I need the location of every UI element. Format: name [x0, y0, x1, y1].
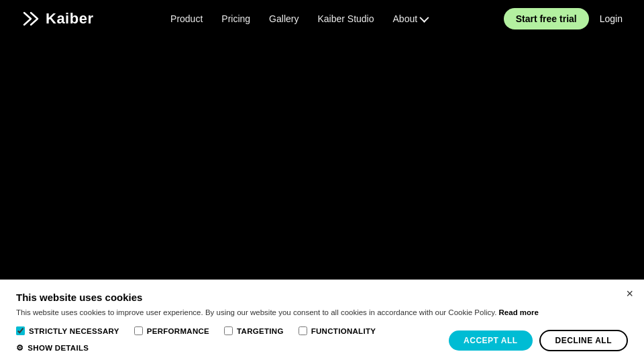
- cookie-title: This website uses cookies: [16, 292, 628, 303]
- cookie-show-details-label: SHOW DETAILS: [28, 344, 89, 352]
- gear-icon: ⚙: [16, 343, 23, 353]
- nav-actions: Start free trial Login: [504, 8, 623, 29]
- cookie-close-button[interactable]: ×: [626, 288, 633, 300]
- cookie-checkbox-strictly[interactable]: [16, 326, 25, 335]
- chevron-down-icon: [419, 13, 429, 23]
- login-button[interactable]: Login: [600, 13, 623, 24]
- logo-icon: [21, 11, 40, 26]
- logo[interactable]: Kaiber: [21, 10, 93, 27]
- cookie-accept-all-button[interactable]: ACCEPT ALL: [449, 330, 533, 351]
- cookie-option-performance[interactable]: PERFORMANCE: [134, 326, 209, 335]
- nav-about-label: About: [393, 13, 418, 24]
- cookie-show-details-button[interactable]: ⚙ SHOW DETAILS: [16, 343, 89, 353]
- cookie-banner: × This website uses cookies This website…: [0, 280, 644, 362]
- cookie-option-strictly-label: STRICTLY NECESSARY: [29, 327, 119, 335]
- cookie-option-strictly[interactable]: STRICTLY NECESSARY: [16, 326, 119, 335]
- cookie-checkbox-targeting[interactable]: [224, 326, 233, 335]
- cookie-option-performance-label: PERFORMANCE: [147, 327, 209, 335]
- nav-about[interactable]: About: [393, 13, 427, 24]
- cookie-description-text: This website uses cookies to improve use…: [16, 308, 496, 316]
- nav-product[interactable]: Product: [170, 13, 203, 24]
- cookie-actions: ACCEPT ALL DECLINE ALL: [449, 330, 628, 351]
- nav-links: Product Pricing Gallery Kaiber Studio Ab…: [170, 13, 427, 24]
- cookie-option-targeting[interactable]: TARGETING: [224, 326, 284, 335]
- cookie-option-functionality-label: FUNCTIONALITY: [311, 327, 376, 335]
- nav-kaiber-studio[interactable]: Kaiber Studio: [317, 13, 374, 24]
- cookie-option-targeting-label: TARGETING: [237, 327, 284, 335]
- cookie-description: This website uses cookies to improve use…: [16, 307, 628, 318]
- nav-gallery[interactable]: Gallery: [269, 13, 299, 24]
- cookie-checkbox-functionality[interactable]: [299, 326, 307, 335]
- cookie-option-functionality[interactable]: FUNCTIONALITY: [299, 326, 376, 335]
- logo-text: Kaiber: [46, 10, 93, 27]
- cookie-checkbox-performance[interactable]: [134, 326, 143, 335]
- navbar: Kaiber Product Pricing Gallery Kaiber St…: [0, 0, 644, 38]
- cookie-read-more-link[interactable]: Read more: [499, 308, 539, 316]
- start-free-trial-button[interactable]: Start free trial: [504, 8, 589, 29]
- nav-pricing[interactable]: Pricing: [221, 13, 250, 24]
- cookie-decline-all-button[interactable]: DECLINE ALL: [539, 330, 628, 351]
